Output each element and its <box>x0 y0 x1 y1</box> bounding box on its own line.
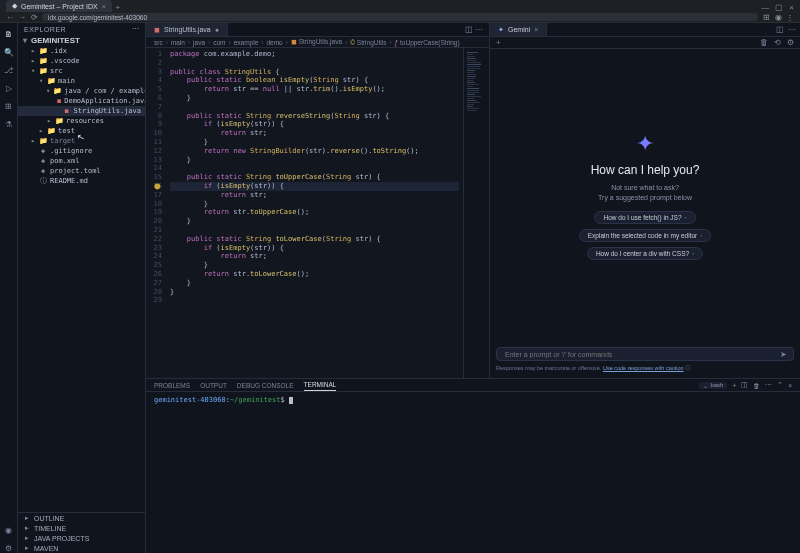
main-area: ◼ StringUtils.java ● ◫ ⋯ src›main›java›c… <box>146 23 800 553</box>
refresh-icon[interactable]: ⟲ <box>774 38 781 47</box>
info-icon[interactable]: ⓘ <box>685 365 691 371</box>
sidebar-section[interactable]: ▸TIMELINE <box>18 523 145 533</box>
java-file-icon: ◼ <box>154 26 160 34</box>
browser-tab[interactable]: ◆ Geminitest – Project IDX × <box>6 0 112 12</box>
panel-layout-icon[interactable]: ◫ <box>776 25 784 34</box>
gemini-prompt-field[interactable] <box>503 350 774 359</box>
back-icon[interactable]: ← <box>6 13 14 22</box>
panel-tab[interactable]: TERMINAL <box>304 379 337 391</box>
gemini-tab-label: Gemini <box>508 26 530 33</box>
gemini-spark-icon: ✦ <box>498 26 504 34</box>
split-terminal-icon[interactable]: ◫ <box>741 381 748 389</box>
search-icon[interactable]: 🔍 <box>4 47 14 57</box>
editor-tab-stringutils[interactable]: ◼ StringUtils.java ● <box>146 23 228 36</box>
new-terminal-icon[interactable]: + <box>732 382 736 389</box>
gemini-subtitle: Not sure what to ask?Try a suggested pro… <box>598 183 692 203</box>
file-tree-item[interactable]: ◆.gitignore <box>18 146 145 156</box>
editor-more-icon[interactable]: ⋯ <box>475 25 483 34</box>
gemini-footer-link[interactable]: Use code responses with caution <box>603 365 684 371</box>
file-tree-item[interactable]: ◼StringUtils.java <box>18 106 145 116</box>
gemini-suggestion-chip[interactable]: How do I center a div with CSS?› <box>587 247 703 260</box>
close-tab-icon[interactable]: × <box>534 26 538 33</box>
gemini-footer: Responses may be inaccurate or offensive… <box>490 363 800 378</box>
terminal-shell-picker[interactable]: ⌄ bash <box>699 382 727 389</box>
account-icon[interactable]: ◉ <box>4 525 14 535</box>
file-tree-item[interactable]: ▾📁main <box>18 76 145 86</box>
kill-terminal-icon[interactable]: 🗑 <box>753 382 760 389</box>
file-tree-item[interactable]: ▸📁test <box>18 126 145 136</box>
split-editor-icon[interactable]: ◫ <box>465 25 473 34</box>
gutter-lightbulb-icon[interactable]: ⬤ <box>154 182 161 189</box>
browser-tab-title: Geminitest – Project IDX <box>21 3 98 10</box>
project-root[interactable]: ▾GEMINITEST <box>18 35 145 45</box>
maximize-icon[interactable]: ▢ <box>775 3 783 12</box>
file-tree-item[interactable]: ◆project.toml <box>18 166 145 176</box>
reload-icon[interactable]: ⟳ <box>30 13 38 22</box>
sidebar-section[interactable]: ▸JAVA PROJECTS <box>18 533 145 543</box>
gemini-prompt-input[interactable]: ➤ <box>496 347 794 361</box>
close-panel-icon[interactable]: × <box>788 382 792 389</box>
file-tree: ▸📁.idx▸📁.vscode▾📁src▾📁main▾📁java / com /… <box>18 45 145 512</box>
panel-more-icon[interactable]: ⋯ <box>788 25 796 34</box>
close-window-icon[interactable]: × <box>789 3 794 12</box>
file-tree-item[interactable]: ◆pom.xml <box>18 156 145 166</box>
sidebar-section[interactable]: ▸OUTLINE <box>18 513 145 523</box>
extensions-icon[interactable]: ⊞ <box>762 13 770 22</box>
terminal-cursor <box>289 397 293 404</box>
forward-icon[interactable]: → <box>18 13 26 22</box>
settings-gear-icon[interactable]: ⚙ <box>4 543 14 553</box>
run-debug-icon[interactable]: ▷ <box>4 83 14 93</box>
gemini-tab[interactable]: ✦ Gemini × <box>490 23 547 36</box>
panel-more-icon[interactable]: ⋯ <box>765 381 772 389</box>
editor-group: ◼ StringUtils.java ● ◫ ⋯ src›main›java›c… <box>146 23 490 378</box>
new-chat-icon[interactable]: + <box>496 38 501 47</box>
file-tree-item[interactable]: ◼DemoApplication.java <box>18 96 145 106</box>
address-bar[interactable]: idx.google.com/geminitest-403060 <box>42 13 758 21</box>
file-tree-item[interactable]: ▸📁resources <box>18 116 145 126</box>
explorer-more-icon[interactable]: ⋯ <box>132 25 140 33</box>
file-tree-item[interactable]: ▸📁.vscode <box>18 56 145 66</box>
minimap[interactable] <box>463 48 489 378</box>
dirty-indicator-icon: ● <box>215 26 219 33</box>
terminal[interactable]: geminitest-403060:~/geminitest$ <box>146 392 800 553</box>
file-tree-item[interactable]: ▸📁.idx <box>18 46 145 56</box>
profile-icon[interactable]: ◉ <box>774 13 782 22</box>
menu-icon[interactable]: ⋮ <box>786 13 794 22</box>
panel-tab-bar: PROBLEMSOUTPUTDEBUG CONSOLETERMINAL ⌄ ba… <box>146 379 800 392</box>
editor-tab-bar: ◼ StringUtils.java ● ◫ ⋯ <box>146 23 489 37</box>
breadcrumb[interactable]: src›main›java›com›example›demo›◼ StringU… <box>146 37 489 48</box>
gemini-suggestion-chip[interactable]: How do I use fetch() in JS?› <box>594 211 695 224</box>
tab-favicon: ◆ <box>12 2 17 10</box>
new-tab-button[interactable]: + <box>114 3 122 12</box>
explorer-sidebar: EXPLORER ⋯ ▾GEMINITEST ▸📁.idx▸📁.vscode▾📁… <box>18 23 146 553</box>
gemini-suggestion-chip[interactable]: Explain the selected code in my editor› <box>579 229 711 242</box>
panel-tab[interactable]: DEBUG CONSOLE <box>237 382 294 389</box>
send-icon[interactable]: ➤ <box>780 350 787 359</box>
line-gutter: 1234567891011121314151617181920212223242… <box>146 48 168 378</box>
browser-chrome: ◆ Geminitest – Project IDX × + — ▢ × ← →… <box>0 0 800 23</box>
code-content[interactable]: package com.example.demo; public class S… <box>168 48 463 378</box>
window-controls: — ▢ × <box>761 3 794 12</box>
gemini-headline: How can I help you? <box>591 163 700 177</box>
sidebar-section[interactable]: ▸MAVEN <box>18 543 145 553</box>
scm-icon[interactable]: ⎇ <box>4 65 14 75</box>
delete-icon[interactable]: 🗑 <box>760 38 768 47</box>
explorer-title: EXPLORER <box>24 26 66 33</box>
file-tree-item[interactable]: ▸📁target <box>18 136 145 146</box>
extensions-icon[interactable]: ⊞ <box>4 101 14 111</box>
gemini-logo-icon: ✦ <box>636 131 654 157</box>
settings-icon[interactable]: ⚙ <box>787 38 794 47</box>
file-tree-item[interactable]: ▾📁java / com / example / demo <box>18 86 145 96</box>
gemini-panel: ✦ Gemini × ◫ ⋯ + 🗑 ⟲ ⚙ <box>490 23 800 378</box>
file-tree-item[interactable]: ▾📁src <box>18 66 145 76</box>
maximize-panel-icon[interactable]: ⌃ <box>777 381 783 389</box>
activity-bar: 🗎 🔍 ⎇ ▷ ⊞ ⚗ ◉ ⚙ <box>0 23 18 553</box>
panel-tab[interactable]: OUTPUT <box>200 382 227 389</box>
close-tab-icon[interactable]: × <box>102 3 106 10</box>
test-icon[interactable]: ⚗ <box>4 119 14 129</box>
minimize-icon[interactable]: — <box>761 3 769 12</box>
code-editor[interactable]: ⬤ 12345678910111213141516171819202122232… <box>146 48 489 378</box>
panel-tab[interactable]: PROBLEMS <box>154 382 190 389</box>
explorer-icon[interactable]: 🗎 <box>4 29 14 39</box>
file-tree-item[interactable]: ⓘREADME.md <box>18 176 145 186</box>
